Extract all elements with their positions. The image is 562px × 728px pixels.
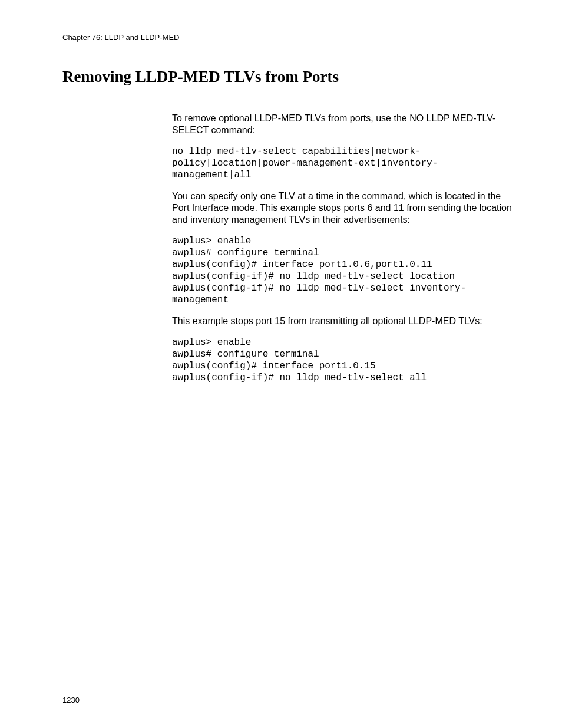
command-example-1: awplus> enable awplus# configure termina…	[172, 235, 513, 306]
paragraph-example2-intro: This example stops port 15 from transmit…	[172, 315, 513, 327]
command-syntax: no lldp med-tlv-select capabilities|netw…	[172, 146, 513, 181]
paragraph-intro: To remove optional LLDP-MED TLVs from po…	[172, 113, 513, 136]
page-number: 1230	[62, 696, 80, 704]
chapter-header: Chapter 76: LLDP and LLDP-MED	[62, 33, 513, 42]
content-area: To remove optional LLDP-MED TLVs from po…	[172, 113, 513, 384]
paragraph-example1-intro: You can specify only one TLV at a time i…	[172, 190, 513, 226]
section-title: Removing LLDP-MED TLVs from Ports	[62, 68, 513, 90]
command-example-2: awplus> enable awplus# configure termina…	[172, 337, 513, 384]
